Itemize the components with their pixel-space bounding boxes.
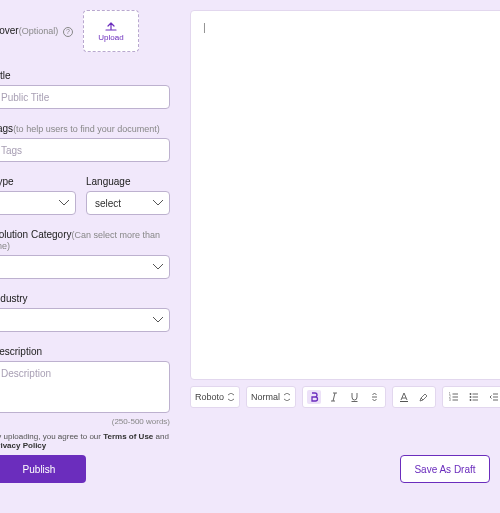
font-size-select[interactable]: Normal <box>246 386 296 408</box>
svg-point-5 <box>470 396 472 398</box>
agreement-text: By uploading, you agree to our Terms of … <box>0 432 170 450</box>
solution-select[interactable] <box>0 255 170 279</box>
upload-cover-button[interactable]: Upload <box>83 10 139 52</box>
svg-point-4 <box>470 393 472 395</box>
list-group: 123 <box>442 386 500 408</box>
italic-button[interactable] <box>327 390 341 404</box>
svg-text:3: 3 <box>449 398 451 402</box>
editor-caret: | <box>203 21 206 33</box>
tags-label: Tags <box>0 123 13 134</box>
highlight-button[interactable] <box>417 390 431 404</box>
editor-area[interactable]: | <box>190 10 500 380</box>
bold-button[interactable] <box>307 390 321 404</box>
title-label: Title <box>0 70 170 81</box>
cover-label: Cover <box>0 25 19 36</box>
outdent-button[interactable] <box>487 390 500 404</box>
description-label: Description <box>0 346 170 357</box>
text-style-group <box>302 386 386 408</box>
editor-toolbar: Roboto Normal <box>190 386 500 408</box>
ordered-list-button[interactable]: 123 <box>447 390 461 404</box>
upload-icon <box>105 21 117 31</box>
description-textarea[interactable] <box>0 361 170 413</box>
upload-label: Upload <box>98 33 123 42</box>
save-draft-button[interactable]: Save As Draft <box>400 455 490 483</box>
cover-optional: (Optional) <box>19 26 59 36</box>
text-color-button[interactable] <box>397 390 411 404</box>
industry-label: Industry <box>0 293 170 304</box>
type-label: Type <box>0 176 76 187</box>
type-select[interactable] <box>0 191 76 215</box>
language-select[interactable]: select <box>86 191 170 215</box>
solution-label: Solution Category <box>0 229 72 240</box>
privacy-link[interactable]: Privacy Policy <box>0 441 46 450</box>
title-input[interactable] <box>0 85 170 109</box>
bullet-list-button[interactable] <box>467 390 481 404</box>
tags-input[interactable] <box>0 138 170 162</box>
svg-point-6 <box>470 399 472 401</box>
help-icon[interactable]: ? <box>63 27 73 37</box>
underline-button[interactable] <box>347 390 361 404</box>
terms-link[interactable]: Terms of Use <box>103 432 153 441</box>
svg-rect-0 <box>400 401 408 402</box>
strike-button[interactable] <box>367 390 381 404</box>
color-group <box>392 386 436 408</box>
tags-hint: (to help users to find your document) <box>13 124 160 134</box>
font-family-select[interactable]: Roboto <box>190 386 240 408</box>
description-word-count: (250-500 words) <box>0 417 170 426</box>
industry-select[interactable] <box>0 308 170 332</box>
publish-button[interactable]: Publish <box>0 455 86 483</box>
language-label: Language <box>86 176 170 187</box>
